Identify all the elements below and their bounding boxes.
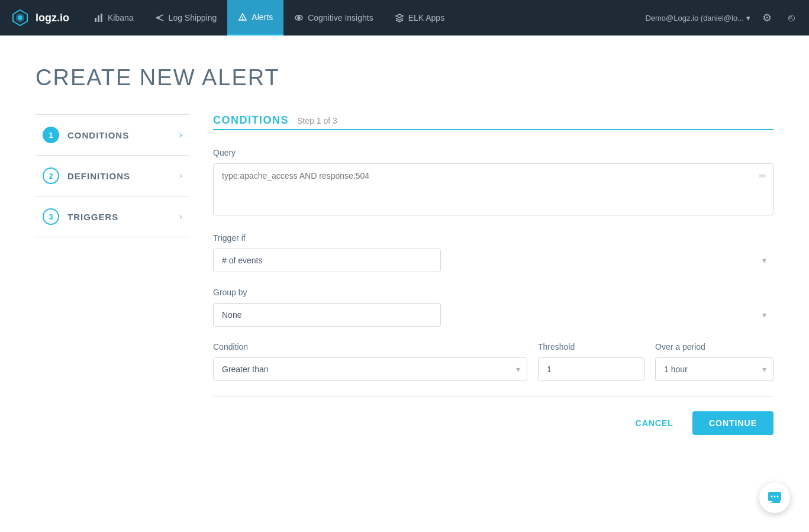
nav-kibana-label: Kibana	[108, 13, 134, 22]
svg-point-11	[243, 19, 244, 20]
condition-select[interactable]: Greater than Less than Equal to Not equa…	[213, 357, 527, 381]
query-textarea-wrapper: ✏	[213, 163, 773, 218]
step-2-arrow: ›	[179, 170, 182, 181]
nav-user-text: Demo@Logz.io (daniel@lo...	[645, 14, 744, 22]
section-divider	[213, 129, 773, 130]
step-1-arrow: ›	[179, 130, 182, 140]
nav-cognitive-insights-label: Cognitive Insights	[308, 13, 373, 22]
edit-icon[interactable]: ✏	[759, 170, 766, 182]
trigger-if-arrow-icon: ▾	[762, 256, 766, 265]
step-conditions[interactable]: 1 CONDITIONS ›	[36, 114, 189, 156]
nav-alerts[interactable]: Alerts	[227, 0, 283, 36]
step-triggers[interactable]: 3 TRIGGERS ›	[36, 196, 189, 237]
step-2-number: 2	[43, 167, 59, 184]
group-by-field-group: Group by None Field1 Field2 ▾	[213, 288, 773, 327]
group-by-arrow-icon: ▾	[762, 310, 766, 320]
threshold-label: Threshold	[538, 342, 644, 352]
nav-log-shipping-label: Log Shipping	[169, 13, 217, 22]
svg-point-13	[298, 17, 300, 19]
svg-marker-14	[396, 14, 403, 18]
condition-label: Condition	[213, 342, 527, 352]
send-icon	[155, 13, 165, 22]
trigger-if-field-group: Trigger if # of events # of unique value…	[213, 233, 773, 272]
group-by-select-wrapper: None Field1 Field2 ▾	[213, 303, 773, 327]
condition-col: Condition Greater than Less than Equal t…	[213, 342, 527, 381]
svg-point-16	[771, 496, 773, 498]
step-3-arrow: ›	[179, 211, 182, 222]
section-header: CONDITIONS Step 1 of 3	[213, 114, 773, 127]
condition-select-wrapper: Greater than Less than Equal to Not equa…	[213, 357, 527, 381]
threshold-input[interactable]	[538, 357, 644, 381]
logout-button[interactable]: ⎋	[784, 9, 800, 27]
nav-elk-apps[interactable]: ELK Apps	[384, 0, 456, 36]
section-step: Step 1 of 3	[297, 116, 337, 125]
svg-point-17	[774, 496, 776, 498]
trigger-if-label: Trigger if	[213, 233, 773, 243]
brand-logo	[9, 7, 31, 28]
period-col: Over a period 1 hour 15 minutes 30 minut…	[655, 342, 773, 381]
svg-point-18	[777, 496, 779, 498]
section-title: CONDITIONS	[213, 114, 289, 127]
trigger-if-select-wrapper: # of events # of unique values ▾	[213, 249, 773, 272]
period-select-wrapper: 1 hour 15 minutes 30 minutes 2 hours 4 h…	[655, 357, 773, 381]
chat-icon	[767, 490, 782, 505]
form-actions: CANCEL CONTINUE	[213, 396, 773, 435]
nav-user[interactable]: Demo@Logz.io (daniel@lo... ▾	[645, 14, 750, 22]
period-select[interactable]: 1 hour 15 minutes 30 minutes 2 hours 4 h…	[655, 357, 773, 381]
query-field-group: Query ✏	[213, 148, 773, 218]
query-label: Query	[213, 148, 773, 157]
settings-button[interactable]: ⚙	[758, 9, 776, 27]
condition-row: Condition Greater than Less than Equal t…	[213, 342, 773, 381]
alerts-icon	[238, 12, 247, 22]
step-3-number: 3	[43, 208, 59, 225]
group-by-select[interactable]: None Field1 Field2	[213, 303, 441, 327]
period-label: Over a period	[655, 342, 773, 352]
trigger-if-select[interactable]: # of events # of unique values	[213, 249, 441, 272]
layers-icon	[395, 13, 404, 22]
nav-cognitive-insights[interactable]: Cognitive Insights	[283, 0, 384, 36]
group-by-label: Group by	[213, 288, 773, 297]
chevron-down-icon: ▾	[746, 14, 750, 22]
brand[interactable]: logz.io	[9, 7, 69, 28]
continue-button[interactable]: CONTINUE	[692, 411, 773, 435]
query-textarea[interactable]	[213, 163, 773, 215]
svg-rect-4	[95, 18, 96, 22]
nav-kibana[interactable]: Kibana	[83, 0, 144, 36]
step-3-label: TRIGGERS	[67, 212, 118, 222]
page-title: CREATE NEW ALERT	[36, 65, 773, 91]
svg-rect-5	[98, 15, 99, 22]
step-1-label: CONDITIONS	[67, 130, 129, 140]
navbar: logz.io Kibana Log Shipping Alerts Cogni…	[0, 0, 809, 36]
nav-right: Demo@Logz.io (daniel@lo... ▾ ⚙ ⎋	[645, 9, 800, 27]
brand-name: logz.io	[36, 12, 69, 24]
threshold-col: Threshold	[538, 342, 644, 381]
content-layout: 1 CONDITIONS › 2 DEFINITIONS › 3 TRIGGER…	[36, 114, 773, 435]
sidebar: 1 CONDITIONS › 2 DEFINITIONS › 3 TRIGGER…	[36, 114, 189, 435]
cancel-button[interactable]: CANCEL	[626, 411, 683, 435]
condition-field-group: Condition Greater than Less than Equal t…	[213, 342, 773, 381]
svg-rect-6	[101, 14, 102, 22]
chat-fab-button[interactable]	[759, 482, 790, 513]
nav-log-shipping[interactable]: Log Shipping	[144, 0, 228, 36]
bar-chart-icon	[94, 13, 104, 22]
nav-alerts-label: Alerts	[252, 12, 273, 22]
step-definitions[interactable]: 2 DEFINITIONS ›	[36, 156, 189, 196]
step-2-label: DEFINITIONS	[67, 171, 130, 181]
step-1-number: 1	[43, 127, 59, 143]
main-form: CONDITIONS Step 1 of 3 Query ✏ Trigger i…	[213, 114, 773, 435]
eye-icon	[294, 13, 304, 22]
nav-elk-apps-label: ELK Apps	[408, 13, 445, 22]
svg-point-3	[18, 15, 22, 20]
page: CREATE NEW ALERT 1 CONDITIONS › 2 DEFINI…	[0, 36, 809, 532]
